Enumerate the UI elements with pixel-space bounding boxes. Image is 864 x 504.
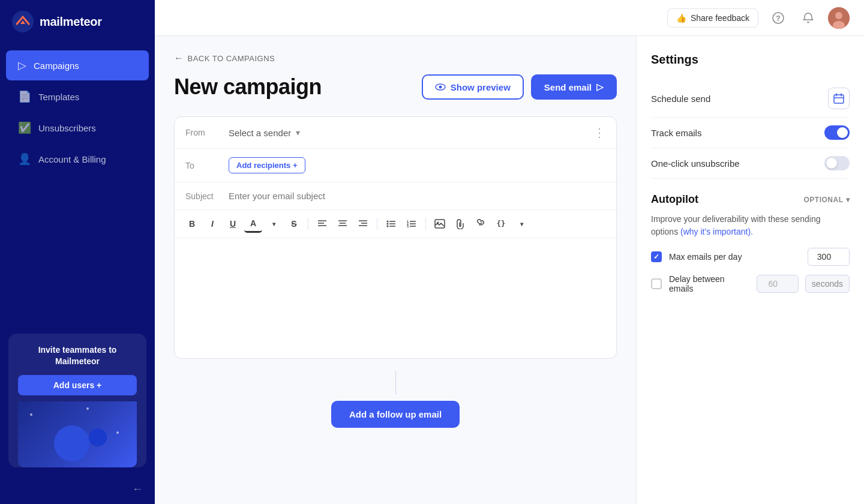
add-follow-up-button[interactable]: Add a follow up email: [331, 401, 460, 428]
page-actions: Show preview Send email ▷: [422, 74, 617, 100]
numbered-list-icon: 1.2.3.: [407, 220, 416, 228]
sender-select-button[interactable]: Select a sender ▾: [229, 128, 300, 138]
sidebar-item-campaigns[interactable]: ▷ Campaigns: [6, 50, 149, 80]
help-button[interactable]: ?: [768, 8, 788, 28]
show-preview-label: Show preview: [451, 82, 511, 92]
numbered-list-button[interactable]: 1.2.3.: [403, 215, 421, 233]
sidebar-collapse-button[interactable]: ←: [0, 475, 155, 504]
toolbar-separator-3: [425, 218, 426, 230]
to-label: To: [185, 161, 219, 170]
add-recipients-button[interactable]: Add recipients +: [229, 157, 305, 173]
page-title: New campaign: [174, 74, 322, 100]
svg-text:?: ?: [776, 14, 780, 23]
text-color-button[interactable]: A: [244, 215, 262, 233]
sidebar-item-templates[interactable]: 📄 Templates: [6, 82, 149, 112]
avatar[interactable]: [828, 7, 850, 29]
thumbs-up-icon: 👍: [676, 13, 686, 23]
eye-icon: [435, 82, 446, 92]
why-important-link[interactable]: (why it's important).: [680, 227, 753, 236]
insert-link-button[interactable]: [472, 215, 490, 233]
to-field: To Add recipients +: [175, 149, 616, 182]
connector-line: [395, 371, 396, 395]
strikethrough-button[interactable]: S: [285, 215, 303, 233]
autopilot-header: Autopilot OPTIONAL ▾: [651, 193, 850, 206]
send-arrow-icon: ▷: [596, 82, 604, 92]
track-emails-toggle[interactable]: [824, 125, 850, 140]
back-to-campaigns-link[interactable]: ← BACK TO CAMPAIGNS: [174, 53, 617, 64]
sidebar-item-unsubscribers[interactable]: ✅ Unsubscribers: [6, 113, 149, 143]
email-composer: From Select a sender ▾ ⋮ To Add recipien…: [174, 116, 617, 359]
attach-file-button[interactable]: [451, 215, 469, 233]
notification-button[interactable]: [798, 8, 818, 28]
align-center-icon: [338, 220, 347, 228]
align-left-button[interactable]: [313, 215, 331, 233]
schedule-send-button[interactable]: [828, 88, 850, 109]
logo-text: mailmeteor: [40, 15, 102, 29]
invite-illustration: [18, 401, 137, 467]
content-area: ← BACK TO CAMPAIGNS New campaign Show pr…: [155, 36, 864, 504]
max-emails-label: Max emails per day: [669, 252, 800, 262]
send-email-button[interactable]: Send email ▷: [531, 74, 617, 100]
logo[interactable]: mailmeteor: [0, 0, 155, 43]
text-color-chevron-button[interactable]: ▾: [265, 215, 283, 233]
attachment-icon: [455, 218, 465, 229]
planet-2: [89, 428, 107, 446]
add-users-button[interactable]: Add users +: [18, 375, 137, 395]
align-left-icon: [317, 220, 327, 228]
sidebar-item-label-unsubscribers: Unsubscribers: [38, 123, 96, 133]
one-click-unsubscribe-toggle[interactable]: [824, 156, 850, 170]
italic-button[interactable]: I: [203, 215, 221, 233]
align-right-button[interactable]: [354, 215, 372, 233]
link-icon: [475, 218, 486, 229]
settings-title: Settings: [651, 53, 850, 67]
max-emails-input[interactable]: [808, 248, 850, 266]
add-recipients-label: Add recipients +: [236, 161, 298, 170]
insert-variable-button[interactable]: {}: [492, 215, 510, 233]
share-feedback-button[interactable]: 👍 Share feedback: [667, 8, 758, 28]
optional-badge[interactable]: OPTIONAL ▾: [804, 196, 850, 204]
one-click-unsubscribe-knob: [826, 158, 837, 169]
delay-emails-checkbox[interactable]: [651, 278, 662, 289]
underline-button[interactable]: U: [224, 215, 242, 233]
settings-panel: Settings Schedule send Track emails: [636, 36, 864, 504]
align-right-icon: [358, 220, 368, 228]
toolbar-separator-2: [377, 218, 377, 230]
planet-1: [54, 425, 90, 461]
schedule-send-row: Schedule send: [651, 80, 850, 118]
share-feedback-label: Share feedback: [691, 13, 749, 23]
star-2: [116, 431, 119, 434]
logo-icon: [12, 11, 34, 32]
one-click-unsubscribe-label: One-click unsubscribe: [651, 158, 740, 169]
track-emails-label: Track emails: [651, 128, 701, 138]
sidebar-item-label-templates: Templates: [38, 92, 79, 102]
svg-point-4: [835, 12, 842, 19]
max-emails-checkbox[interactable]: [651, 251, 662, 262]
main-area: 👍 Share feedback ?: [155, 0, 864, 504]
autopilot-title: Autopilot: [651, 193, 698, 206]
delay-emails-input[interactable]: [757, 275, 799, 293]
sidebar-item-account-billing[interactable]: 👤 Account & Billing: [6, 144, 149, 174]
from-label: From: [185, 128, 219, 137]
back-link-label: BACK TO CAMPAIGNS: [188, 54, 275, 63]
page-header: New campaign Show preview Send email ▷: [174, 74, 617, 100]
max-emails-option: Max emails per day: [651, 248, 850, 266]
editor-toolbar: B I U A ▾ S: [175, 210, 616, 238]
insert-image-button[interactable]: [431, 215, 449, 233]
subject-input[interactable]: [229, 191, 605, 201]
bullet-list-button[interactable]: [382, 215, 400, 233]
svg-text:3.: 3.: [407, 224, 410, 228]
bold-button[interactable]: B: [183, 215, 201, 233]
sidebar-item-label-campaigns: Campaigns: [34, 61, 79, 71]
campaigns-icon: ▷: [18, 59, 26, 72]
image-icon: [434, 219, 445, 229]
unsubscribers-icon: ✅: [18, 121, 31, 134]
email-editor-body[interactable]: [175, 238, 616, 358]
sidebar-nav: ▷ Campaigns 📄 Templates ✅ Unsubscribers …: [0, 49, 155, 326]
account-billing-icon: 👤: [18, 152, 31, 166]
chevron-down-icon: ▾: [846, 196, 850, 204]
bullet-list-icon: [386, 220, 396, 228]
show-preview-button[interactable]: Show preview: [422, 74, 524, 100]
composer-more-button[interactable]: ⋮: [593, 125, 605, 140]
align-center-button[interactable]: [334, 215, 352, 233]
variable-chevron-button[interactable]: ▾: [512, 215, 530, 233]
